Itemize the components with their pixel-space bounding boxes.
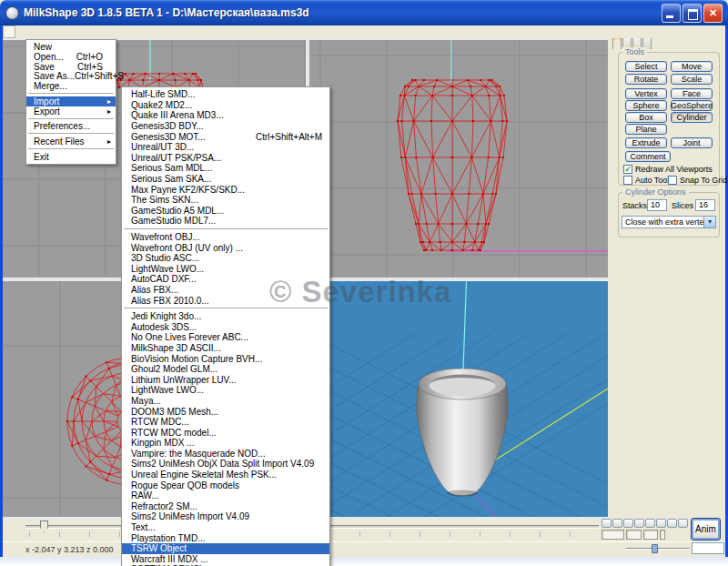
transport-button[interactable] xyxy=(623,519,633,528)
extrude-button[interactable]: Extrude xyxy=(625,137,667,148)
auto-tool-checkbox[interactable] xyxy=(623,176,632,185)
face-button[interactable]: Face xyxy=(671,88,713,99)
menu-item[interactable]: Merge... xyxy=(26,81,116,91)
menu-item[interactable]: Autodesk 3DS... xyxy=(122,321,329,332)
menu-item[interactable]: Max Payne KF2/KFS/SKD... xyxy=(122,184,329,195)
menu-item[interactable]: Warcraft III MDX ... xyxy=(122,554,329,565)
menu-item[interactable]: LightWave LWO... xyxy=(122,264,329,275)
menu-item[interactable]: Sims2 UniMesh ObjX Data Split Import V4.… xyxy=(122,459,329,470)
menu-item[interactable]: Lithium UnWrapper LUV... xyxy=(122,374,329,385)
minimize-button[interactable] xyxy=(662,4,681,23)
transport-button[interactable] xyxy=(612,519,622,528)
transport-button[interactable] xyxy=(656,519,666,528)
menu-item[interactable]: RTCW MDC model... xyxy=(122,427,329,438)
menu-item[interactable]: Wavefront OBJ... xyxy=(122,232,329,243)
menubar-item[interactable] xyxy=(41,25,54,38)
chevron-down-icon[interactable]: ▾ xyxy=(703,217,715,227)
menu-item[interactable]: Wavefront OBJ (UV only) ... xyxy=(122,242,329,253)
menu-item[interactable]: Serious Sam MDL... xyxy=(122,163,329,174)
menu-item[interactable] xyxy=(26,116,116,122)
menu-item[interactable]: Preferences... xyxy=(26,122,116,132)
menu-item[interactable]: Quake2 MD2... xyxy=(122,100,329,111)
move-button[interactable]: Move xyxy=(671,61,713,72)
menu-item[interactable]: DOOM3 MD5 Mesh... xyxy=(122,406,329,417)
sphere-button[interactable]: Sphere xyxy=(625,100,667,111)
menubar-item[interactable] xyxy=(92,25,105,38)
scale-button[interactable]: Scale xyxy=(671,74,713,85)
menu-item[interactable]: No One Lives Forever ABC... xyxy=(122,332,329,343)
menu-item[interactable]: Open... Ctrl+O xyxy=(26,52,116,62)
menu-item[interactable]: Refractor2 SM... xyxy=(122,501,329,512)
menu-item[interactable]: Half-Life SMD... xyxy=(122,89,329,100)
viewport-top-right[interactable] xyxy=(309,40,608,278)
snap-to-grid-checkbox[interactable] xyxy=(668,176,677,185)
panel-tab[interactable] xyxy=(612,36,622,49)
close-button[interactable]: ✕ xyxy=(703,4,723,23)
menubar-item[interactable] xyxy=(3,25,15,38)
menu-item[interactable]: TSRW Object xyxy=(122,543,329,554)
menu-item[interactable] xyxy=(122,306,329,311)
comment-button[interactable]: Comment xyxy=(625,151,671,162)
geosphere-button[interactable]: GeoSphere xyxy=(671,100,713,111)
menubar-item[interactable] xyxy=(54,25,66,38)
menubar-item[interactable] xyxy=(66,25,79,38)
menu-item[interactable]: Rogue Spear QOB models xyxy=(122,480,329,490)
menu-item[interactable]: Unreal Engine Skeletal Mesh PSK... xyxy=(122,470,329,480)
menu-item[interactable]: GameStudio MDL7... xyxy=(122,216,329,227)
menu-item[interactable]: Jedi Knight 3do... xyxy=(122,311,329,322)
menu-item[interactable]: Ghoul2 Model GLM... xyxy=(122,364,329,375)
menu-item[interactable]: New xyxy=(26,42,116,52)
stacks-input[interactable]: 10 xyxy=(647,199,667,211)
transport-button[interactable] xyxy=(645,519,655,528)
menu-item[interactable]: RAW... xyxy=(122,490,329,501)
menu-item[interactable]: Unreal/UT 3D... xyxy=(122,142,329,153)
menu-item[interactable] xyxy=(26,91,116,96)
menu-item[interactable]: The Sims SKN... xyxy=(122,195,329,206)
menu-item[interactable]: Maya... xyxy=(122,396,329,407)
plane-button[interactable]: Plane xyxy=(625,124,667,135)
frame-field[interactable] xyxy=(626,530,642,540)
transport-button[interactable] xyxy=(634,519,644,528)
menu-item[interactable]: Quake III Arena MD3... xyxy=(122,110,329,121)
menu-item[interactable]: GameStudio A5 MDL... xyxy=(122,206,329,217)
mini-slider-track[interactable] xyxy=(626,548,690,550)
menu-item[interactable]: Save Ctrl+S xyxy=(26,62,116,72)
menu-item[interactable] xyxy=(122,227,329,232)
menu-item[interactable]: Export ▸ xyxy=(26,106,116,116)
menu-item[interactable]: AutoCAD DXF... xyxy=(122,274,329,285)
viewport-3d-perspective[interactable] xyxy=(309,281,608,517)
menu-item[interactable]: BioVision Motion Capture BVH... xyxy=(122,353,329,364)
redraw-checkbox[interactable]: ✓ xyxy=(623,165,632,174)
rotate-button[interactable]: Rotate xyxy=(625,74,667,85)
menu-item[interactable]: Playstation TMD... xyxy=(122,532,329,543)
menu-item[interactable]: 3D Studio ASC... xyxy=(122,253,329,264)
mini-slider-thumb[interactable] xyxy=(652,544,658,553)
menu-item[interactable]: Alias FBX... xyxy=(122,285,329,296)
select-button[interactable]: Select xyxy=(625,61,667,72)
transport-button[interactable] xyxy=(602,519,612,528)
transport-button[interactable] xyxy=(667,519,677,528)
menu-item[interactable]: MilkShape 3D ASCII... xyxy=(122,343,329,354)
menu-item[interactable]: Alias FBX 2010.0... xyxy=(122,295,329,306)
cylinder-button[interactable]: Cylinder xyxy=(671,112,713,123)
menubar-item[interactable] xyxy=(15,25,28,38)
menu-item[interactable]: Text... xyxy=(122,522,329,533)
frame-field[interactable] xyxy=(660,530,665,540)
restore-button[interactable] xyxy=(682,4,702,23)
menu-item[interactable]: Exit xyxy=(26,152,116,162)
menu-item[interactable]: Sims2 UniMesh Import V4.09 xyxy=(122,511,329,522)
menu-item[interactable]: Unreal/UT PSK/PSA... xyxy=(122,153,329,164)
menu-item[interactable] xyxy=(26,147,116,152)
anim-button[interactable]: Anim xyxy=(691,518,721,541)
menu-item[interactable]: Vampire: the Masquerade NOD... xyxy=(122,449,329,460)
menubar-item[interactable] xyxy=(79,25,92,38)
menu-item[interactable]: RTCW MDC... xyxy=(122,417,329,428)
slices-input[interactable]: 16 xyxy=(695,199,715,211)
menu-item[interactable]: LightWave LWO... xyxy=(122,385,329,396)
menu-item[interactable] xyxy=(26,131,116,136)
joint-button[interactable]: Joint xyxy=(671,137,713,148)
menu-item[interactable]: Import ▸ xyxy=(26,96,116,106)
menubar-item[interactable] xyxy=(28,25,41,38)
vertex-button[interactable]: Vertex xyxy=(625,88,667,99)
menu-item[interactable]: Save As... Ctrl+Shift+S xyxy=(26,71,116,81)
